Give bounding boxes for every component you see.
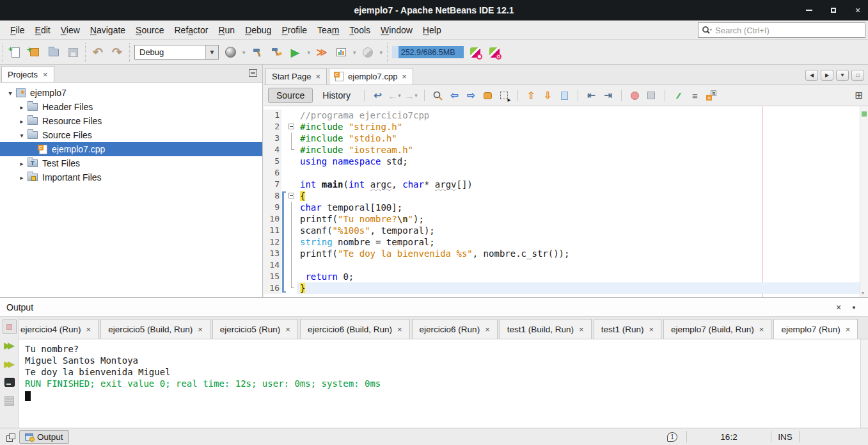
code-line-12[interactable]: 12string nombre = temporal; [264,236,860,248]
output-tab-close-icon[interactable]: × [198,325,203,334]
fold-cell[interactable] [287,202,297,213]
fold-cell[interactable] [287,236,297,248]
menu-item-view[interactable]: View [56,22,85,38]
search-input[interactable] [715,26,865,35]
code-text[interactable]: #include "iostream.h" [297,144,860,156]
open-project-button[interactable] [46,45,61,60]
search-box[interactable] [698,22,865,38]
notifications-button[interactable]: 1 [658,431,686,442]
menu-item-help[interactable]: Help [418,22,446,38]
output-tab-close-icon[interactable]: × [485,325,490,334]
code-line-9[interactable]: 9char temporal[100]; [264,202,860,213]
toggle-highlight-button[interactable] [480,88,495,103]
output-tab-close-icon[interactable]: × [846,325,851,334]
code-text[interactable]: } [297,282,860,294]
fold-cell[interactable] [287,248,297,259]
code-line-3[interactable]: 3#include "stdio.h" [264,133,860,144]
fold-cell[interactable] [287,133,297,144]
find-previous-button[interactable]: ⇦ [447,88,462,103]
line-number[interactable]: 9 [264,202,281,213]
line-number[interactable]: 5 [264,156,281,167]
line-number[interactable]: 16 [264,282,281,294]
rerun-button[interactable]: ▶▶ [3,338,17,352]
debug-project-button[interactable]: ≫ [314,45,329,60]
output-tab-test1-build-run[interactable]: test1 (Build, Run)× [500,319,592,339]
code-line-2[interactable]: 2#include "string.h" [264,121,860,133]
start-macro-button[interactable] [627,88,642,103]
new-project-button[interactable]: + [27,45,42,60]
tree-collapsed-arrow-icon[interactable]: ▸ [18,104,26,111]
code-text[interactable]: return 0; [297,271,860,282]
forward-button[interactable]: →▾ [404,88,418,103]
output-menu-dot-icon[interactable]: ● [846,304,862,311]
fold-collapse-icon[interactable] [288,193,294,198]
code-text[interactable]: { [297,190,860,202]
line-number[interactable]: 13 [264,248,281,259]
code-line-16[interactable]: 16} [264,282,860,294]
tree-item-ejemplo7-cpp[interactable]: ejemplo7.cpp [0,142,262,156]
code-line-1[interactable]: 1//programa ejercicio7cpp [264,109,860,121]
output-tab-close-icon[interactable]: × [579,325,584,334]
menu-item-tools[interactable]: Tools [344,22,375,38]
code-text[interactable]: //programa ejercicio7cpp [297,109,860,121]
comment-button[interactable]: ∕∕ [671,88,686,103]
run-project-button[interactable]: ▶ [288,45,303,60]
line-number[interactable]: 12 [264,236,281,248]
config-caret[interactable]: ▼ [205,45,218,59]
output-tab-close-icon[interactable]: × [285,325,290,334]
minimize-panel-button[interactable] [249,69,257,77]
line-number[interactable]: 7 [264,179,281,190]
fold-cell[interactable] [287,190,297,202]
projects-tab-close-icon[interactable]: × [43,70,48,79]
tree-item-important-files[interactable]: ▸Important Files [0,170,262,184]
editor-tab-close-icon[interactable]: × [315,72,320,81]
code-text[interactable]: printf("Tu nombre?\n"); [297,213,860,225]
output-tab-test1-run[interactable]: test1 (Run)× [594,319,661,339]
new-file-button[interactable]: + [8,45,23,60]
run-caret-icon[interactable]: ▾ [308,49,311,56]
tree-item-ejemplo7[interactable]: ▾ejemplo7 [0,86,262,100]
next-bookmark-button[interactable]: ⇩ [541,88,555,103]
line-number[interactable]: 3 [264,133,281,144]
code-text[interactable] [297,167,860,179]
ide-globe-button[interactable] [223,45,238,60]
find-next-button[interactable]: ⇨ [464,88,478,103]
output-tab-ejemplo7-run[interactable]: ejemplo7 (Run)× [773,319,858,339]
history-view-button[interactable]: History [315,88,358,103]
code-editor[interactable]: 1//programa ejercicio7cpp2#include "stri… [264,106,860,297]
output-tab-close-icon[interactable]: × [759,325,764,334]
output-cursor-line[interactable] [25,389,860,401]
editor-tab-close-icon[interactable]: × [402,72,407,81]
insert-mode-indicator[interactable]: INS [771,431,799,442]
code-line-13[interactable]: 13printf("Te doy la bienvenida %s", nomb… [264,248,860,259]
memory-indicator[interactable]: 252.9/686.5MB [392,46,464,58]
tree-item-header-files[interactable]: ▸Header Files [0,100,262,114]
maximize-editor-button[interactable]: □ [851,70,864,81]
build-project-button[interactable] [249,45,265,60]
tree-expanded-arrow-icon[interactable]: ▾ [6,90,14,97]
code-line-7[interactable]: 7int main(int argc, char* argv[]) [264,179,860,190]
output-scrollbar[interactable] [860,339,868,428]
code-text[interactable]: char temporal[100]; [297,202,860,213]
toggle-header-source-button[interactable]: hc [704,88,719,103]
code-text[interactable]: printf("Te doy la bienvenida %s", nombre… [297,248,860,259]
output-tab-ejercicio4-run[interactable]: ejercicio4 (Run)× [19,319,99,339]
close-button[interactable]: × [853,5,863,15]
stop-macro-button[interactable] [644,88,659,103]
profile-project-button[interactable] [333,45,349,60]
profiler-snapshot-record-button[interactable] [487,45,502,60]
shift-left-button[interactable]: ⇤ [584,88,599,103]
fold-cell[interactable] [287,144,297,156]
split-document-button[interactable]: ⊞ [855,90,863,101]
close-output-button[interactable]: × [831,302,846,312]
code-line-10[interactable]: 10printf("Tu nombre?\n"); [264,213,860,225]
tree-collapsed-arrow-icon[interactable]: ▸ [18,174,26,181]
code-line-4[interactable]: 4#include "iostream.h" [264,144,860,156]
fold-cell[interactable] [287,282,297,294]
line-number[interactable]: 8 [264,190,281,202]
menu-item-run[interactable]: Run [213,22,240,38]
fold-cell[interactable] [287,213,297,225]
output-options-button[interactable] [3,394,17,408]
fold-cell[interactable] [287,109,297,121]
menu-item-file[interactable]: File [5,22,30,38]
